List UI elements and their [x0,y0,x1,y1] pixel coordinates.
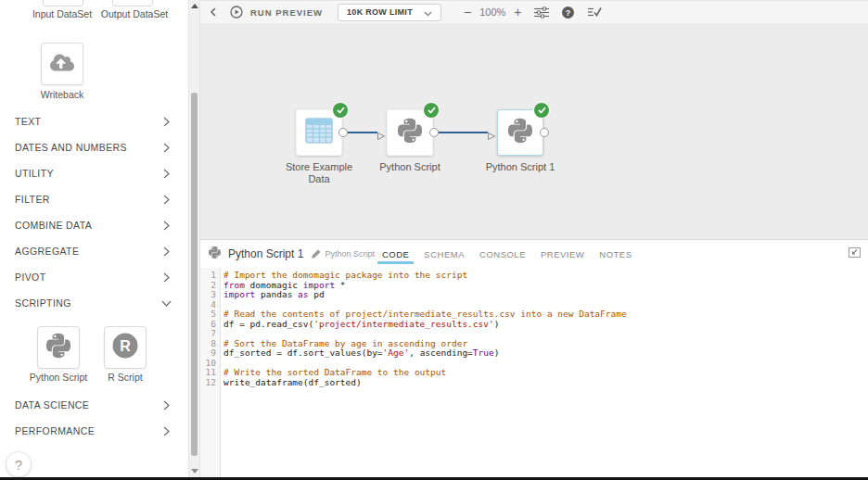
pencil-icon[interactable] [312,249,321,259]
cloud-upload-icon [50,53,74,76]
sidebar-section-label: TEXT [15,116,41,127]
python-icon [208,246,222,263]
sidebar-scrollbar[interactable] [188,0,200,477]
sidebar-section[interactable]: FILTER [0,186,188,212]
flow-node[interactable]: Python Script [387,109,433,156]
scroll-up-arrow-icon[interactable] [191,4,198,8]
flow-edge[interactable] [347,132,377,133]
sidebar-section[interactable]: AGGREGATE [0,238,188,264]
sidebar-section[interactable]: PERFORMANCE [0,418,188,444]
r-icon: R [111,332,139,363]
scripting-tiles: Python ScriptRR Script [0,316,188,392]
code-line[interactable]: 3import pandas as pd [200,290,868,300]
expand-icon[interactable] [849,247,861,258]
editor-tab[interactable]: CONSOLE [479,240,526,268]
line-content: df_sorted = df.sort_values(by='Age', asc… [220,348,499,359]
svg-text:R: R [120,338,131,354]
success-check-icon [333,103,348,118]
line-number: 7 [200,329,220,339]
sidebar-section-label: AGGREGATE [15,246,79,257]
output-dataset-tile[interactable] [112,0,153,6]
flow-canvas[interactable]: RUN PREVIEW 10K ROW LIMIT − 100% + ? Sto… [200,0,868,239]
table-icon [305,118,333,147]
tile-label: R Script [79,372,172,383]
python-icon [506,117,534,148]
output-port[interactable] [540,128,549,137]
chevron-right-icon [163,400,170,411]
sidebar-section-label: FILTER [15,194,50,205]
flow-node[interactable]: Python Script 1 [497,109,543,156]
magic-etl-app: Input DataSet Output DataSet Writeback T… [0,0,868,480]
line-number: 5 [200,309,220,320]
line-content: import pandas as pd [220,290,325,300]
line-content: write_dataframe(df_sorted) [220,378,362,388]
sidebar-sections-top: TEXT DATES AND NUMBERS UTILITY [0,108,188,316]
code-line[interactable]: 6df = pd.read_csv('project/intermediate_… [200,320,868,330]
input-port-arrow-icon[interactable] [377,128,386,137]
editor-subtitle: Python Script [325,249,375,259]
input-dataset-tile[interactable] [43,0,83,6]
python-icon [45,332,72,363]
sidebar-section-label: SCRIPTING [15,297,71,309]
success-check-icon [424,103,439,118]
chevron-right-icon [163,117,170,127]
line-number: 11 [200,368,220,378]
node-label: Python Script 1 [479,161,562,173]
editor-tab[interactable]: CODE [382,240,409,268]
chevron-right-icon [163,195,170,205]
scroll-down-arrow-icon[interactable] [191,469,198,474]
chevron-right-icon [163,169,170,179]
flow-area[interactable]: Store Example DataPython ScriptPython Sc… [200,0,868,239]
sidebar-section[interactable]: COMBINE DATA [0,212,188,238]
flow-node[interactable]: Store Example Data [296,109,342,156]
sidebar-section-label: PERFORMANCE [15,425,95,436]
chevron-right-icon [163,272,170,283]
line-number: 12 [200,378,220,388]
editor-title: Python Script 1 [228,247,303,260]
sidebar-section[interactable]: SCRIPTING [0,290,188,316]
flow-edge[interactable] [438,132,488,133]
sidebar: Input DataSet Output DataSet Writeback T… [0,0,188,477]
success-check-icon [534,103,549,118]
sidebar-section-label: DATES AND NUMBERS [15,142,127,153]
code-line[interactable]: 12write_dataframe(df_sorted) [200,378,868,388]
editor-tabs: CODE SCHEMA CONSOLE PREVIEW NOTES [375,240,640,268]
line-number: 9 [200,348,220,359]
sidebar-section[interactable]: PIVOT [0,264,188,290]
editor-tab[interactable]: SCHEMA [424,240,465,268]
editor-header: Python Script 1 Python Script CODE SCHEM… [200,240,868,268]
output-dataset-label: Output DataSet [88,8,181,19]
sidebar-section-label: PIVOT [15,272,46,283]
sidebar-section[interactable]: TEXT [0,108,188,134]
sidebar-section-label: COMBINE DATA [15,220,92,231]
input-port-arrow-icon[interactable] [487,128,496,137]
sidebar-sections-bottom: DATA SCIENCE PERFORMANCE [0,392,188,444]
code-editor[interactable]: 1# Import the domomagic package into the… [200,268,868,477]
writeback-label: Writeback [16,89,108,100]
editor-panel: Python Script 1 Python Script CODE SCHEM… [200,239,868,477]
chevron-right-icon [163,298,170,309]
output-port[interactable] [338,128,348,137]
sidebar-section-label: UTILITY [15,168,54,179]
node-label: Store Example Data [277,161,361,185]
writeback-tile[interactable] [41,43,83,85]
editor-tab[interactable]: PREVIEW [541,240,584,268]
python-script-tile[interactable] [37,326,80,369]
line-number: 3 [200,290,220,300]
sidebar-section-label: DATA SCIENCE [15,399,89,411]
line-number: 1 [200,271,220,281]
r-script-tile[interactable]: R [104,326,147,369]
sidebar-section[interactable]: UTILITY [0,160,188,186]
scrollbar-thumb[interactable] [191,93,198,456]
chevron-right-icon [163,143,170,153]
code-line[interactable]: 9df_sorted = df.sort_values(by='Age', as… [200,348,868,359]
node-label: Python Script [368,161,452,173]
editor-tab[interactable]: NOTES [599,240,632,268]
help-button[interactable]: ? [6,451,32,477]
sidebar-section[interactable]: DATES AND NUMBERS [0,134,188,160]
python-icon [396,117,424,148]
sidebar-section[interactable]: DATA SCIENCE [0,392,188,418]
output-port[interactable] [429,128,439,137]
line-content: df = pd.read_csv('project/intermediate_r… [220,320,499,330]
chevron-right-icon [163,426,170,436]
